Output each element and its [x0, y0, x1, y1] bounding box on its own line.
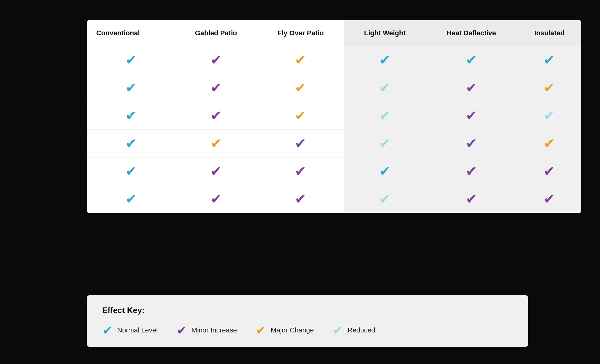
table-cell: ✔ [87, 102, 175, 130]
check-icon-purple: ✔ [295, 164, 306, 178]
check-icon-purple: ✔ [466, 137, 477, 150]
legend-items: ✔Normal Level✔Minor Increase✔Major Chang… [102, 324, 513, 337]
table-cell: ✔ [257, 185, 345, 213]
table-cell: ✔ [425, 74, 518, 102]
check-icon-purple: ✔ [210, 192, 222, 206]
legend-title: Effect Key: [102, 306, 513, 315]
check-icon-light-blue: ✔ [379, 109, 391, 122]
table-cell: ✔ [175, 46, 257, 74]
check-icon-blue: ✔ [125, 164, 137, 178]
check-icon-orange: ✔ [295, 81, 306, 95]
legend-check-icon-orange: ✔ [256, 324, 266, 337]
table-cell: ✔ [175, 185, 257, 213]
legend-item-purple: ✔Minor Increase [177, 324, 237, 337]
check-icon-light-blue: ✔ [379, 192, 391, 206]
check-icon-light-blue: ✔ [543, 109, 555, 122]
table-cell: ✔ [87, 74, 175, 102]
legend-label-blue: Normal Level [117, 326, 158, 334]
table-cell: ✔ [175, 157, 257, 185]
check-icon-purple: ✔ [543, 192, 555, 206]
table-row: ✔✔✔✔✔✔ [87, 130, 581, 157]
table-cell: ✔ [175, 74, 257, 102]
table-cell: ✔ [87, 157, 175, 185]
table-row: ✔✔✔✔✔✔ [87, 74, 581, 102]
table-cell: ✔ [425, 102, 518, 130]
comparison-table: ConventionalGabled PatioFly Over PatioLi… [87, 20, 581, 213]
table-cell: ✔ [518, 46, 581, 74]
check-icon-purple: ✔ [466, 164, 477, 178]
check-icon-purple: ✔ [295, 192, 306, 206]
table-cell: ✔ [425, 157, 518, 185]
check-icon-blue: ✔ [379, 53, 391, 67]
check-icon-blue: ✔ [125, 137, 137, 150]
check-icon-blue: ✔ [125, 81, 137, 95]
check-icon-blue: ✔ [125, 53, 137, 67]
column-header-fly-over-patio: Fly Over Patio [257, 20, 345, 46]
check-icon-orange: ✔ [295, 109, 306, 122]
table-row: ✔✔✔✔✔✔ [87, 102, 581, 130]
table-row: ✔✔✔✔✔✔ [87, 157, 581, 185]
table-cell: ✔ [175, 130, 257, 157]
table-cell: ✔ [518, 102, 581, 130]
column-header-insulated: Insulated [518, 20, 581, 46]
check-icon-light-blue: ✔ [379, 137, 391, 150]
check-icon-blue: ✔ [543, 53, 555, 67]
table-cell: ✔ [257, 130, 345, 157]
column-header-light-weight: Light Weight [344, 20, 425, 46]
table-cell: ✔ [344, 102, 425, 130]
legend-label-orange: Major Change [271, 326, 314, 334]
table-cell: ✔ [518, 157, 581, 185]
legend-check-icon-blue: ✔ [102, 324, 113, 337]
table-cell: ✔ [344, 130, 425, 157]
legend-check-icon-light-blue: ✔ [332, 324, 343, 337]
table-cell: ✔ [425, 130, 518, 157]
comparison-table-container: ConventionalGabled PatioFly Over PatioLi… [87, 20, 581, 213]
check-icon-blue: ✔ [466, 53, 477, 67]
column-header-gabled-patio: Gabled Patio [175, 20, 257, 46]
table-cell: ✔ [87, 130, 175, 157]
check-icon-blue: ✔ [379, 164, 391, 178]
table-cell: ✔ [87, 46, 175, 74]
check-icon-purple: ✔ [295, 137, 306, 150]
table-row: ✔✔✔✔✔✔ [87, 46, 581, 74]
check-icon-purple: ✔ [210, 81, 222, 95]
check-icon-orange: ✔ [543, 137, 555, 150]
table-cell: ✔ [257, 46, 345, 74]
column-header-conventional: Conventional [87, 20, 175, 46]
table-cell: ✔ [344, 46, 425, 74]
table-cell: ✔ [344, 185, 425, 213]
legend-label-purple: Minor Increase [192, 326, 237, 334]
legend-check-icon-purple: ✔ [177, 324, 187, 337]
table-cell: ✔ [257, 74, 345, 102]
check-icon-orange: ✔ [210, 137, 222, 150]
legend-item-blue: ✔Normal Level [102, 324, 158, 337]
check-icon-purple: ✔ [466, 192, 477, 206]
table-cell: ✔ [175, 102, 257, 130]
table-cell: ✔ [257, 102, 345, 130]
check-icon-orange: ✔ [543, 81, 555, 95]
check-icon-purple: ✔ [466, 81, 477, 95]
legend-container: Effect Key: ✔Normal Level✔Minor Increase… [87, 295, 528, 347]
check-icon-purple: ✔ [466, 109, 477, 122]
check-icon-purple: ✔ [210, 109, 222, 122]
column-header-heat-deflective: Heat Deflective [425, 20, 518, 46]
table-cell: ✔ [344, 74, 425, 102]
table-cell: ✔ [425, 185, 518, 213]
check-icon-purple: ✔ [543, 164, 555, 178]
table-cell: ✔ [257, 157, 345, 185]
check-icon-light-blue: ✔ [379, 81, 391, 95]
table-cell: ✔ [425, 46, 518, 74]
table-cell: ✔ [518, 74, 581, 102]
legend-label-light-blue: Reduced [348, 326, 375, 334]
table-cell: ✔ [87, 185, 175, 213]
legend-item-light-blue: ✔Reduced [332, 324, 375, 337]
table-cell: ✔ [344, 157, 425, 185]
table-row: ✔✔✔✔✔✔ [87, 185, 581, 213]
check-icon-purple: ✔ [210, 164, 222, 178]
table-cell: ✔ [518, 185, 581, 213]
check-icon-blue: ✔ [125, 192, 137, 206]
check-icon-purple: ✔ [210, 53, 222, 67]
table-cell: ✔ [518, 130, 581, 157]
check-icon-orange: ✔ [295, 53, 306, 67]
legend-item-orange: ✔Major Change [256, 324, 314, 337]
